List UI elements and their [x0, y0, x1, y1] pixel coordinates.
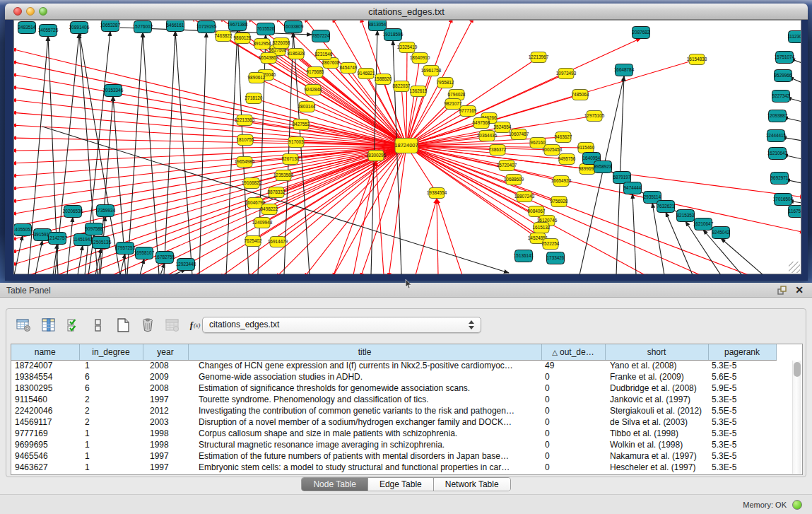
- citation-edge-red[interactable]: [14, 146, 406, 201]
- cell-out_degree[interactable]: 0: [541, 428, 605, 439]
- cell-name[interactable]: 9463627: [11, 462, 79, 473]
- node-table[interactable]: namein_degreeyeartitle△out_de…shortpager…: [11, 344, 803, 475]
- citation-edge-red[interactable]: [406, 146, 541, 228]
- select-columns-checks-button[interactable]: [66, 317, 81, 333]
- citation-edge-red[interactable]: [14, 112, 406, 146]
- cell-year[interactable]: 1997: [143, 394, 188, 405]
- table-row[interactable]: 2242004622012Investigating the contribut…: [11, 405, 776, 416]
- cell-year[interactable]: 1998: [143, 428, 188, 439]
- cell-name[interactable]: 18724007: [11, 360, 79, 371]
- stacked-squares-button[interactable]: [90, 317, 106, 333]
- cell-short[interactable]: Tibbo et al. (1998): [605, 428, 708, 439]
- cell-year[interactable]: 2003: [143, 416, 188, 428]
- cell-in_degree[interactable]: 1: [79, 360, 143, 371]
- cell-name[interactable]: 9115460: [11, 394, 79, 405]
- cell-out_degree[interactable]: 0: [541, 371, 605, 382]
- cell-out_degree[interactable]: 0: [541, 394, 605, 405]
- table-row[interactable]: 946362711997Embryonic stem cells: a mode…: [11, 462, 776, 473]
- cell-in_degree[interactable]: 6: [79, 371, 143, 382]
- cell-short[interactable]: Stergiakouli et al. (2012): [605, 405, 708, 416]
- tab-node-table[interactable]: Node Table: [302, 478, 368, 491]
- cell-short[interactable]: Nakamura et al. (1997): [605, 450, 708, 462]
- tab-network-table[interactable]: Network Table: [434, 478, 510, 491]
- create-column-button[interactable]: [115, 317, 131, 333]
- citation-edge-red[interactable]: [401, 86, 406, 146]
- close-panel-icon[interactable]: ✕: [795, 284, 804, 296]
- column-header-year[interactable]: year: [143, 344, 188, 360]
- cell-title[interactable]: Changes of HCN gene expression and I(f) …: [188, 360, 541, 371]
- scrollbar-thumb[interactable]: [794, 362, 801, 377]
- cell-short[interactable]: Jankovic et al. (1997): [605, 394, 708, 405]
- citation-edge-black[interactable]: [120, 254, 125, 274]
- cell-year[interactable]: 1998: [143, 439, 188, 450]
- cell-out_degree[interactable]: 0: [541, 416, 605, 428]
- citation-edge-red[interactable]: [406, 146, 561, 181]
- citation-edge-red[interactable]: [416, 199, 437, 274]
- cell-pagerank[interactable]: 5.9E-5: [708, 382, 776, 394]
- show-columns-button[interactable]: [41, 317, 57, 333]
- column-header-pagerank[interactable]: pagerank: [708, 344, 776, 360]
- cell-in_degree[interactable]: 1: [79, 462, 143, 473]
- cell-short[interactable]: Hescheler et al. (1997): [605, 462, 708, 473]
- citation-edge-black[interactable]: [14, 235, 23, 274]
- cell-in_degree[interactable]: 1: [79, 450, 143, 462]
- cell-title[interactable]: Estimation of significance thresholds fo…: [188, 382, 541, 394]
- table-row[interactable]: 969969511998Structural magnetic resonanc…: [11, 439, 776, 450]
- cell-pagerank[interactable]: 5.3E-5: [708, 360, 776, 371]
- cell-out_degree[interactable]: 0: [541, 382, 605, 394]
- cell-in_degree[interactable]: 6: [79, 382, 143, 394]
- cell-short[interactable]: Franke et al. (2009): [605, 371, 708, 382]
- table-row[interactable]: 977716911998Corpus callosum shape and si…: [11, 428, 776, 439]
- citation-edge-black[interactable]: [164, 31, 175, 274]
- citation-network-graph[interactable]: 1332541918640910169617587955812136261588…: [14, 21, 801, 274]
- cell-short[interactable]: Yano et al. (2008): [605, 360, 708, 371]
- cell-name[interactable]: 9699695: [11, 439, 79, 450]
- cell-out_degree[interactable]: 0: [541, 450, 605, 462]
- network-view-window[interactable]: citations_edges.txt 13325419186409101696…: [5, 4, 808, 281]
- citation-edge-red[interactable]: [406, 91, 418, 146]
- citation-edge-red[interactable]: [406, 146, 547, 221]
- cell-in_degree[interactable]: 2: [79, 405, 143, 416]
- cell-pagerank[interactable]: 5.5E-5: [708, 405, 776, 416]
- table-row[interactable]: 1456911722003Disruption of a novel membe…: [11, 416, 776, 428]
- network-graph-canvas[interactable]: 1332541918640910169617587955812136261588…: [13, 20, 801, 274]
- table-row[interactable]: 1872400712008Changes of HCN gene express…: [11, 360, 776, 371]
- tab-edge-table[interactable]: Edge Table: [368, 478, 434, 491]
- citation-edge-red[interactable]: [257, 78, 406, 146]
- citation-edge-red[interactable]: [14, 146, 406, 214]
- citation-edge-red[interactable]: [406, 47, 407, 146]
- cell-pagerank[interactable]: 5.3E-5: [708, 394, 776, 405]
- cell-title[interactable]: Disruption of a novel member of a sodium…: [188, 416, 541, 428]
- cell-year[interactable]: 2008: [143, 360, 188, 371]
- cell-year[interactable]: 2012: [143, 405, 188, 416]
- cell-in_degree[interactable]: 2: [79, 416, 143, 428]
- cell-name[interactable]: 19384554: [11, 371, 79, 382]
- cell-name[interactable]: 9465546: [11, 450, 79, 462]
- citation-edge-red[interactable]: [14, 146, 406, 252]
- float-panel-icon[interactable]: [777, 286, 787, 295]
- cell-in_degree[interactable]: 2: [79, 394, 143, 405]
- table-selector-dropdown[interactable]: citations_edges.txt: [202, 317, 481, 333]
- table-vertical-scrollbar[interactable]: [792, 361, 801, 474]
- cell-short[interactable]: Wolkin et al. (1998): [605, 439, 708, 450]
- citation-edge-black[interactable]: [199, 33, 206, 274]
- cell-pagerank[interactable]: 5.6E-5: [708, 371, 776, 382]
- cell-in_degree[interactable]: 1: [79, 428, 143, 439]
- cell-title[interactable]: Estimation of the future numbers of pati…: [188, 450, 541, 462]
- citation-edge-red[interactable]: [437, 199, 462, 274]
- cell-title[interactable]: Embryonic stem cells: a model to study s…: [188, 462, 541, 473]
- cell-title[interactable]: Tourette syndrome. Phenomenology and cla…: [188, 394, 541, 405]
- cell-out_degree[interactable]: 0: [541, 405, 605, 416]
- delete-column-button[interactable]: [140, 317, 155, 333]
- cell-in_degree[interactable]: 1: [79, 439, 143, 450]
- citation-edge-red[interactable]: [14, 62, 406, 146]
- cell-short[interactable]: de Silva et al. (2003): [605, 416, 708, 428]
- resize-grip-icon[interactable]: [789, 262, 800, 273]
- cell-pagerank[interactable]: 5.3E-5: [708, 416, 776, 428]
- column-header-in_degree[interactable]: in_degree: [79, 344, 143, 360]
- citation-edge-black[interactable]: [140, 259, 144, 274]
- column-header-short[interactable]: short: [605, 344, 708, 360]
- cell-pagerank[interactable]: 5.3E-5: [708, 450, 776, 462]
- cell-year[interactable]: 1997: [143, 450, 188, 462]
- cell-out_degree[interactable]: 0: [541, 462, 605, 473]
